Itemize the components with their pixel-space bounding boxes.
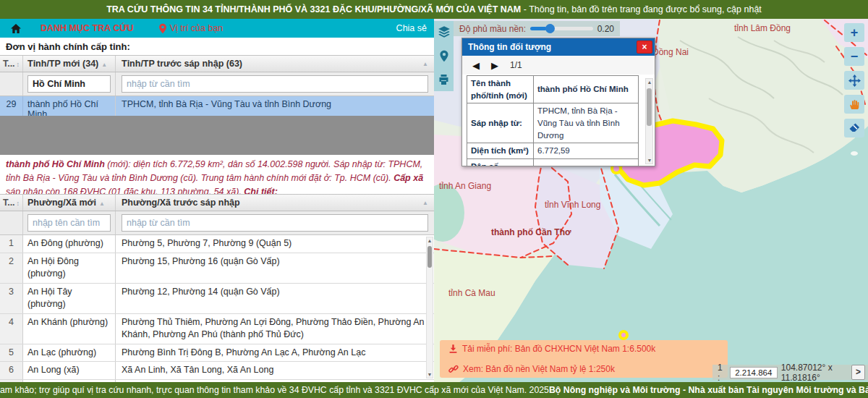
table-row[interactable]: 4An Khánh (phường)Phường Thủ Thiêm, Phườ… <box>0 314 434 344</box>
sort-asc-icon: ▲ <box>422 61 428 67</box>
opacity-slider[interactable] <box>530 27 593 30</box>
table-row: Sáp nhập từ:TPHCM, tỉnh Bà Rịa - Vũng Tà… <box>467 103 639 143</box>
home-icon <box>10 23 22 34</box>
ward-new-filter-input[interactable] <box>27 214 111 232</box>
footer-text: am khảo; trợ giúp quí vị tra cứu nhanh, … <box>0 385 549 395</box>
app-window: TRA CỨU THÔNG TIN 34 TỈNH/THÀNH PHỐ VÀ 3… <box>0 0 868 398</box>
map-label-vinh-long: tỉnh Vĩnh Long <box>545 200 600 210</box>
sort-icon: ↕ <box>17 200 20 207</box>
slider-thumb[interactable] <box>545 24 555 33</box>
download-link[interactable]: Tải miễn phí: Bản đồ CHXHCN Việt Nam 1:6… <box>448 344 719 354</box>
sort-icon: ↕ <box>17 61 20 68</box>
ward-old-filter-input[interactable] <box>122 214 428 232</box>
province-filter-spacer <box>0 72 23 96</box>
sort-asc-icon: ▲ <box>422 200 428 206</box>
slider-fill <box>530 27 547 30</box>
table-row[interactable]: 3An Hội Tây (phường)Phường 12, Phường 14… <box>0 284 434 314</box>
ward-col-old[interactable]: Phường/Xã trước sáp nhập▲ <box>116 195 434 211</box>
opacity-slider-label: Độ phủ mầu nền: <box>459 24 526 34</box>
empty-table-area <box>0 116 434 155</box>
ward-rows: 1An Đông (phường)Phường 5, Phường 7, Phư… <box>0 235 434 382</box>
share-button[interactable]: Chia sẻ <box>396 23 427 33</box>
footer-org: Bộ Nông nghiệp và Môi trường - Nhà xuất … <box>549 385 868 395</box>
nav-bar: DANH MỤC TRA CỨU Vị trí của bạn Chia sẻ <box>0 19 434 38</box>
map-label-ca-mau: tỉnh Cà Mau <box>448 288 495 298</box>
zoom-in-button[interactable]: + <box>844 23 864 42</box>
popup-close-button[interactable]: × <box>637 41 652 54</box>
ward-table-header: T...↕ Phường/Xã mới▲ Phường/Xã trước sáp… <box>0 195 434 211</box>
table-row[interactable]: 6An Long (xã)Xã An Linh, Xã Tân Long, Xã… <box>0 362 434 380</box>
province-section-heading: Đơn vị hành chính cấp tỉnh: <box>6 41 130 52</box>
download-link-label: Tải miễn phí: Bản đồ CHXHCN Việt Nam 1:6… <box>462 344 655 354</box>
pager-prev-icon[interactable]: ◀ <box>472 60 480 71</box>
close-icon: × <box>642 42 647 52</box>
download-icon <box>448 344 458 354</box>
ward-col-new[interactable]: Phường/Xã mới▲ <box>23 195 116 211</box>
nav-item-catalog[interactable]: DANH MỤC TRA CỨU <box>41 23 134 33</box>
scroll-down-icon[interactable]: ▼ <box>647 158 652 163</box>
province-col-new[interactable]: Tỉnh/TP mới (34)▲ <box>23 56 116 72</box>
province-filter-row <box>0 72 434 96</box>
hand-tool-button[interactable] <box>844 95 864 114</box>
ward-col-num[interactable]: T...↕ <box>0 195 23 211</box>
province-new-filter-input[interactable] <box>27 75 111 93</box>
layers-button[interactable] <box>437 25 451 39</box>
view-basemap-link[interactable]: Xem: Bản đồ nền Việt Nam tỷ lệ 1:250k <box>448 364 719 374</box>
minus-icon: − <box>851 49 859 64</box>
province-table-header: T...↕ Tỉnh/TP mới (34)▲ Tỉnh/TP trước sá… <box>0 56 434 72</box>
scrollbar-thumb[interactable] <box>647 88 652 126</box>
pager-count: 1/1 <box>510 60 522 70</box>
popup-scrollbar[interactable]: ▲ ▼ <box>645 78 653 164</box>
eraser-icon <box>848 122 860 134</box>
page-title-note: - Thông tin, bản đồ trên trang đang được… <box>521 4 762 14</box>
map-pin-icon <box>439 50 449 62</box>
popup-pager: ◀ ▶ 1/1 <box>462 56 655 75</box>
ward-table: T...↕ Phường/Xã mới▲ Phường/Xã trước sáp… <box>0 194 434 382</box>
map-label-can-tho: thành phố Cần Thơ <box>491 227 571 237</box>
scroll-up-icon[interactable]: ▲ <box>427 238 433 243</box>
table-row[interactable]: 1An Đông (phường)Phường 5, Phường 7, Phư… <box>0 235 434 253</box>
printer-icon <box>438 74 450 85</box>
ward-table-wrap: T...↕ Phường/Xã mới▲ Phường/Xã trước sáp… <box>0 194 434 382</box>
map-canvas[interactable]: tỉnh Lâm Đồng Đồng Nai tỉnh An Giang tỉn… <box>434 19 868 382</box>
panel-expand-button[interactable]: > <box>851 365 865 380</box>
nav-item-your-location[interactable]: Vị trí của bạn <box>158 23 224 34</box>
scale-prefix: 1 : <box>718 363 726 383</box>
scrollbar-thumb[interactable] <box>427 246 432 268</box>
table-row[interactable]: 5An Lạc (phường)Phường Bình Trị Đông B, … <box>0 344 434 363</box>
sort-asc-icon: ▲ <box>101 62 107 68</box>
province-old-filter-input[interactable] <box>122 75 428 93</box>
print-button[interactable] <box>437 72 451 87</box>
zoom-out-button[interactable]: − <box>844 47 864 66</box>
link-icon <box>448 364 459 374</box>
scroll-down-icon[interactable]: ▼ <box>427 372 433 377</box>
pan-mode-button[interactable] <box>844 71 864 90</box>
plus-icon: + <box>851 25 859 41</box>
pager-next-icon[interactable]: ▶ <box>491 60 498 71</box>
layers-icon <box>438 25 451 38</box>
scale-bar: 1 : 104.87012° x 11.81816° <box>712 365 868 380</box>
left-panel: Đơn vị hành chính cấp tỉnh: T...↕ Tỉnh/T… <box>0 38 434 382</box>
ward-table-scrollbar[interactable]: ▲ ▼ <box>426 237 433 378</box>
locate-button[interactable] <box>437 48 451 63</box>
object-info-popup: Thông tin đối tượng × ◀ ▶ 1/1 Tên thành … <box>461 38 655 166</box>
table-row[interactable]: 2An Hội Đông (phường)Phường 15, Phường 1… <box>0 253 434 284</box>
hand-icon <box>848 98 860 110</box>
province-description: thành phố Hồ Chí Minh (mới): diện tích 6… <box>6 158 427 198</box>
popup-header[interactable]: Thông tin đối tượng <box>462 38 655 56</box>
map-label-dong-nai: Đồng Nai <box>652 47 689 57</box>
top-title-bar: TRA CỨU THÔNG TIN 34 TỈNH/THÀNH PHỐ VÀ 3… <box>0 0 868 19</box>
scale-input[interactable] <box>730 367 778 378</box>
nav-location-label: Vị trí của bạn <box>170 23 224 33</box>
map-label-lam-dong: tỉnh Lâm Đồng <box>734 23 791 33</box>
table-row: Diện tích (km²)6.772,59 <box>467 143 639 159</box>
province-col-old[interactable]: Tỉnh/TP trước sáp nhập (63)▲ <box>116 56 434 72</box>
opacity-slider-bar: Độ phủ mầu nền: 0.20 <box>454 21 620 36</box>
eraser-tool-button[interactable] <box>844 119 864 137</box>
scroll-up-icon[interactable]: ▲ <box>647 80 652 85</box>
province-table: T...↕ Tỉnh/TP mới (34)▲ Tỉnh/TP trước sá… <box>0 55 434 123</box>
home-button[interactable] <box>10 23 25 34</box>
province-col-num[interactable]: T...↕ <box>0 56 23 72</box>
sort-asc-icon: ▲ <box>99 200 105 207</box>
location-pin-icon <box>158 23 167 34</box>
